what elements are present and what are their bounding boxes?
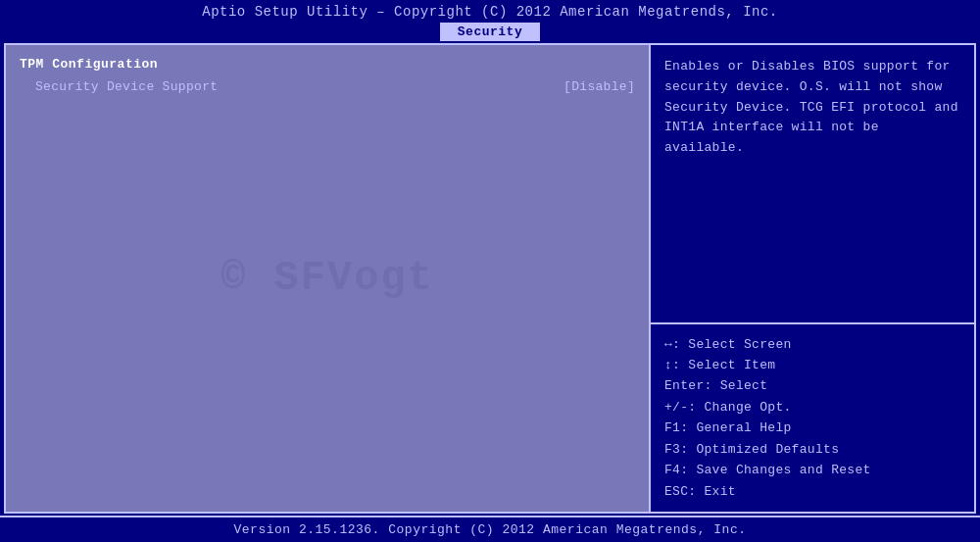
shortcut-f1: F1: General Help: [664, 418, 960, 438]
shortcut-enter: Enter: Select: [664, 375, 960, 396]
footer: Version 2.15.1236. Copyright (C) 2012 Am…: [0, 516, 980, 542]
config-label-security-device: Security Device Support: [35, 79, 564, 94]
header-title: Aptio Setup Utility – Copyright (C) 2012…: [0, 4, 980, 20]
shortcut-esc: ESC: Exit: [664, 481, 960, 502]
shortcut-change-opt: +/-: Change Opt.: [664, 397, 960, 418]
config-item-security-device[interactable]: Security Device Support [Disable]: [20, 77, 635, 96]
watermark: © SFVogt: [220, 255, 434, 302]
help-text-area: Enables or Disables BIOS support for sec…: [651, 45, 974, 324]
shortcut-select-item: ↕: Select Item: [664, 355, 960, 375]
header: Aptio Setup Utility – Copyright (C) 2012…: [0, 0, 980, 41]
main-content: TPM Configuration Security Device Suppor…: [4, 43, 976, 514]
bios-screen: Aptio Setup Utility – Copyright (C) 2012…: [0, 0, 980, 542]
config-value-security-device: [Disable]: [564, 79, 635, 94]
shortcuts-area: ↔: Select Screen ↕: Select Item Enter: S…: [651, 324, 974, 513]
shortcut-f4: F4: Save Changes and Reset: [664, 460, 960, 480]
shortcut-f3: F3: Optimized Defaults: [664, 439, 960, 460]
right-panel: Enables or Disables BIOS support for sec…: [651, 45, 974, 512]
left-panel: TPM Configuration Security Device Suppor…: [6, 45, 651, 512]
active-tab[interactable]: Security: [440, 23, 540, 41]
shortcut-select-screen: ↔: Select Screen: [664, 334, 960, 355]
footer-text: Version 2.15.1236. Copyright (C) 2012 Am…: [0, 522, 980, 537]
section-title: TPM Configuration: [20, 57, 635, 72]
help-text: Enables or Disables BIOS support for sec…: [664, 57, 960, 159]
